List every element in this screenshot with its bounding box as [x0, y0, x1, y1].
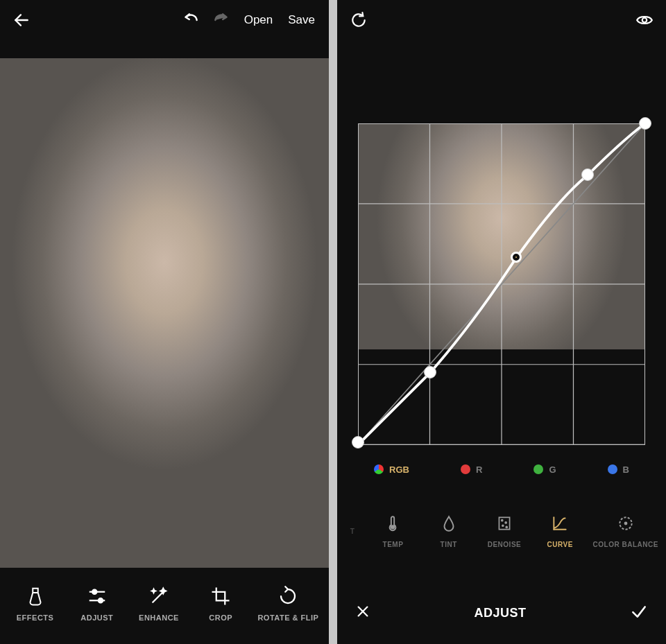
screen-divider: [329, 0, 337, 644]
curve-point[interactable]: [581, 168, 594, 181]
tool-label: COLOR BALANCE: [593, 541, 658, 548]
svg-point-19: [505, 521, 506, 523]
tool-label: TINT: [441, 541, 457, 548]
editor-screen-main: Open Save EFFECTS ADJUST ENHANCE CROP: [0, 0, 329, 644]
tool-label: T: [350, 528, 355, 535]
apply-button[interactable]: [630, 602, 648, 623]
adjust-tint[interactable]: TINT: [426, 514, 472, 548]
blue-dot-icon: [608, 464, 617, 474]
tool-label: ENHANCE: [139, 613, 179, 622]
adjust-color-balance[interactable]: COLOR BALANCE: [593, 514, 658, 548]
tool-label: CURVE: [547, 541, 573, 548]
svg-point-5: [99, 598, 103, 602]
preview-eye-icon[interactable]: [635, 11, 654, 29]
curve-channel-row: RGB R G B: [337, 453, 666, 486]
main-tool-strip: EFFECTS ADJUST ENHANCE CROP ROTATE & FLI…: [0, 568, 329, 644]
rotate-cw-icon[interactable]: [350, 11, 368, 29]
adjust-prev-partial[interactable]: T: [345, 528, 360, 535]
panel-confirm-bar: ADJUST: [337, 582, 666, 644]
back-icon[interactable]: [12, 11, 31, 29]
curve-line: [358, 123, 645, 445]
svg-point-20: [502, 525, 504, 526]
curve-point-selected[interactable]: [511, 252, 522, 263]
channel-r[interactable]: R: [461, 464, 482, 475]
svg-point-23: [624, 521, 627, 525]
redo-icon[interactable]: [212, 11, 230, 29]
tool-label: CROP: [209, 613, 232, 622]
adjust-tool-strip: T TEMP TINT DENOISE CURVE COLOR BALANCE: [337, 493, 666, 569]
channel-g[interactable]: G: [533, 464, 556, 475]
channel-b[interactable]: B: [608, 464, 629, 475]
channel-label: R: [476, 464, 482, 475]
curve-point[interactable]: [639, 117, 651, 130]
tool-enhance[interactable]: ENHANCE: [134, 586, 184, 622]
tool-label: ROTATE & FLIP: [257, 613, 318, 622]
save-button[interactable]: Save: [287, 10, 316, 30]
green-dot-icon: [533, 464, 543, 474]
svg-point-18: [502, 519, 503, 521]
adjust-temp[interactable]: TEMP: [370, 514, 416, 548]
tool-rotate-flip[interactable]: ROTATE & FLIP: [257, 586, 318, 622]
tool-label: DENOISE: [488, 541, 522, 548]
photo-preview: [0, 58, 329, 568]
top-bar: Open Save: [0, 0, 329, 40]
top-bar: [337, 0, 666, 40]
panel-title: ADJUST: [370, 606, 630, 620]
svg-point-21: [506, 526, 507, 528]
photo-canvas[interactable]: EFFECTS ADJUST ENHANCE CROP ROTATE & FLI…: [0, 40, 329, 644]
channel-rgb[interactable]: RGB: [374, 464, 409, 475]
editor-screen-curves: RGB R G B T TEMP: [337, 0, 666, 644]
svg-point-7: [642, 18, 647, 23]
undo-icon[interactable]: [182, 11, 200, 29]
tool-effects[interactable]: EFFECTS: [10, 586, 60, 622]
curve-stage[interactable]: [358, 123, 645, 442]
tool-label: EFFECTS: [17, 613, 54, 622]
curve-point[interactable]: [424, 366, 436, 378]
curve-editor-area: RGB R G B T TEMP: [337, 40, 666, 644]
adjust-curve[interactable]: CURVE: [537, 514, 583, 548]
tool-label: TEMP: [383, 541, 404, 548]
open-button[interactable]: Open: [243, 10, 275, 30]
svg-line-6: [153, 592, 163, 602]
tool-label: ADJUST: [80, 613, 113, 622]
cancel-button[interactable]: [355, 604, 370, 622]
adjust-denoise[interactable]: DENOISE: [481, 514, 527, 548]
tool-adjust[interactable]: ADJUST: [72, 586, 122, 622]
channel-label: G: [549, 464, 556, 475]
red-dot-icon: [461, 464, 470, 474]
svg-line-15: [358, 123, 645, 445]
svg-rect-17: [499, 517, 509, 529]
curve-point[interactable]: [352, 436, 364, 449]
channel-label: RGB: [389, 464, 409, 475]
svg-point-16: [391, 525, 394, 528]
svg-point-3: [92, 590, 96, 594]
channel-label: B: [623, 464, 629, 475]
tool-crop[interactable]: CROP: [196, 586, 246, 622]
rgb-dot-icon: [374, 464, 384, 474]
